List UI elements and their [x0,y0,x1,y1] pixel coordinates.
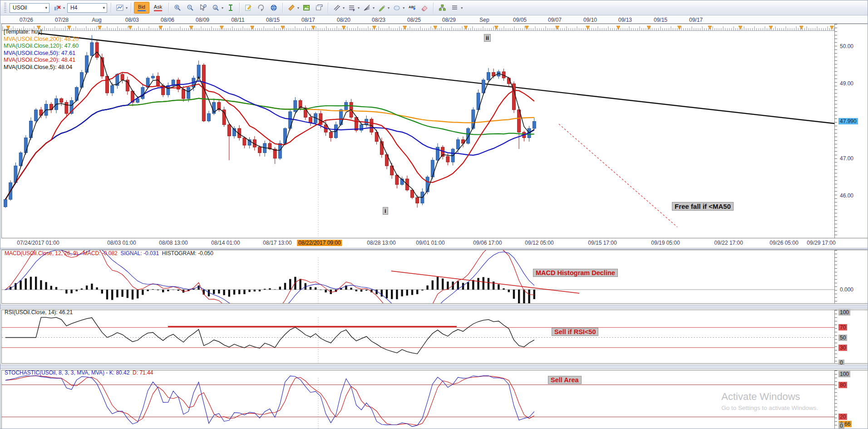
symbol-select[interactable]: USOil ▾ [10,3,49,13]
macd-histogram-bar [162,290,164,292]
toolbar-separator [168,3,169,13]
candle-body [329,132,332,138]
candle-body [360,125,363,130]
top-date-axis[interactable]: 07/2607/28Aug08/0308/0608/0908/1108/1508… [0,15,868,24]
chevron-down-icon[interactable]: ▾ [222,6,223,10]
macd-histogram-bar [503,288,504,290]
bottom-date-axis[interactable]: 07/24/2017 01:0008/03 01:0008/08 13:0008… [0,238,868,248]
zoom-out-button[interactable] [184,2,196,13]
macd-histogram-bar [437,277,439,290]
eraser-button[interactable] [419,2,430,13]
structure-button[interactable] [436,2,448,13]
macd-histogram-bar [274,289,276,290]
ask-button[interactable]: Ask [150,2,166,14]
chevron-down-icon[interactable]: ▾ [403,6,404,10]
top-date-label: Aug [92,17,101,23]
rsi-chart[interactable] [2,310,834,363]
image-button[interactable] [301,2,312,13]
chevron-down-icon[interactable]: ▾ [358,6,360,10]
macd-histogram-bar [233,290,235,295]
menu-icon [451,4,459,11]
ruler-button[interactable] [286,2,297,13]
bottom-date-label: 09/01 01:00 [416,240,444,246]
menu-button[interactable] [449,2,461,13]
zoom-cursor-button[interactable] [197,2,209,13]
globe-button[interactable] [268,2,280,13]
macd-histogram-bar [86,286,88,290]
stochastic-panel[interactable]: STOCHASTIC(USOil, 8, 3, 3, MVA, MVA) - K… [1,370,835,429]
chart-type-button[interactable] [114,2,126,13]
note-button[interactable] [242,2,254,13]
pencil-button[interactable] [376,2,388,13]
chevron-down-icon[interactable]: ▾ [297,6,299,10]
bottom-date-label: 09/15 17:00 [588,240,616,246]
chevron-down-icon[interactable]: ▾ [373,6,375,10]
price-label: 50.00 [838,43,855,49]
macd-histogram-bar [152,289,154,290]
macd-histogram [5,276,535,303]
close-chart-button[interactable] [51,2,63,13]
macd-histogram-bar [45,282,47,290]
chevron-down-icon[interactable]: ▾ [126,6,128,10]
macd-histogram-bar [238,290,240,294]
macd-annotation[interactable]: MACD Histogram Decline [533,269,618,277]
macd-histogram-bar [101,290,103,294]
zoom-cursor-icon [199,4,207,11]
timeframe-select[interactable]: H4 ▾ [67,3,107,13]
macd-panel[interactable]: MACD(USOil.Close, 12, 26, 9) - MACD: -0.… [1,250,835,304]
rsi-panel[interactable]: RSI(USOil.Close, 14): 46.21 Sell if RSI<… [1,310,835,364]
macd-histogram-bar [65,290,67,294]
macd-axis[interactable]: 0.000 [835,250,868,304]
chevron-down-icon[interactable]: ▾ [63,6,65,10]
chevron-down-icon[interactable]: ▾ [343,6,345,10]
fibfan-button[interactable] [361,2,373,13]
share-icon [257,4,265,11]
stochastic-axis[interactable]: 10080206.660 [835,370,868,429]
fit-vertical-button[interactable] [225,2,237,13]
rsi-annotation[interactable]: Sell if RSI<50 [552,328,598,336]
bottom-date-label: 09/06 17:00 [473,240,502,246]
macd-histogram-bar [172,290,174,290]
panel-splitter[interactable] [0,305,868,309]
bottom-date-label: 08/17 13:00 [263,240,291,246]
share-button[interactable] [255,2,267,13]
selected-date-label[interactable]: 08/22/2017 09:00 [297,240,342,246]
stoch-k-label: K: 80.42 [109,370,130,376]
chevron-down-icon[interactable]: ▾ [388,6,390,10]
stochastic-chart[interactable] [2,370,834,429]
windows-button[interactable] [313,2,325,13]
indicators-button[interactable]: F [346,2,358,13]
toolbar-separator [239,3,240,13]
candle-body [151,76,154,78]
wave-ii-annotation[interactable]: ii [484,34,491,42]
wave-i-annotation[interactable]: i [383,207,388,215]
free-fall-projection-line[interactable] [559,124,677,227]
candle-body [355,117,358,130]
candle-body [227,125,231,136]
macd-chart[interactable] [2,250,834,303]
zoom-in-button[interactable] [172,2,183,13]
stoch-annotation[interactable]: Sell Area [548,376,582,384]
toolbar-grip[interactable] [4,3,6,13]
main-chart-plot[interactable]: [Template: huy] MVA(USOil.Close,200): 48… [1,24,835,238]
panel-splitter[interactable] [0,365,868,369]
price-label: 46.00 [838,192,855,199]
session-marker-icon [189,26,193,30]
eraser-icon [421,4,428,11]
candle-body [289,112,292,128]
rsi-axis[interactable]: 1007050300 [835,310,868,364]
trendlines-button[interactable] [331,2,343,13]
bid-button[interactable]: Bid [134,2,149,14]
stoch-scale-label: 20 [838,414,847,420]
free-fall-annotation[interactable]: Free fall if <MA50 [672,202,734,211]
chevron-down-icon[interactable]: ▾ [461,6,463,10]
macd-histogram-bar [81,289,83,290]
session-marker-icon [739,26,742,30]
price-axis[interactable]: 50.0049.0047.0046.0047.990 [835,24,868,238]
zoom-out-icon [187,4,194,11]
zoom-menu-button[interactable]: Q [210,2,222,13]
ellipse-button[interactable] [391,2,403,13]
macd-histogram-bar [147,290,148,291]
top-date-label: 08/06 [161,17,174,23]
text-button[interactable]: ABC [406,2,418,13]
